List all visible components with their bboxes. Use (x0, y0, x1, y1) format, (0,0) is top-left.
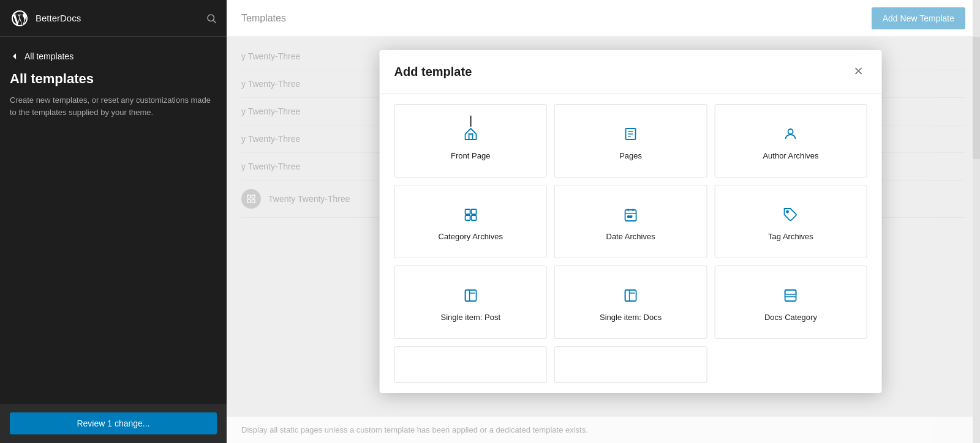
review-button[interactable]: Review 1 change... (10, 412, 217, 434)
svg-point-0 (208, 15, 214, 21)
template-card-pages[interactable]: Pages (554, 104, 707, 177)
back-link[interactable]: All templates (10, 51, 217, 61)
svg-point-23 (786, 210, 788, 212)
sidebar: BetterDocs All templates All templates C… (0, 0, 227, 443)
template-card-partial-1[interactable] (394, 346, 547, 383)
template-label-author-archives: Author Archives (763, 151, 818, 160)
tag-icon (783, 207, 798, 226)
svg-rect-22 (630, 216, 632, 217)
svg-rect-16 (471, 215, 476, 220)
cursor-indicator (470, 116, 471, 127)
template-grid: Front Page Pages (394, 104, 867, 383)
svg-rect-24 (465, 290, 476, 301)
svg-point-12 (788, 129, 793, 134)
svg-rect-28 (625, 290, 630, 301)
template-label-front-page: Front Page (451, 151, 490, 160)
back-link-label: All templates (24, 51, 74, 61)
sidebar-top: BetterDocs (0, 0, 227, 37)
modal-close-button[interactable] (850, 62, 867, 81)
template-card-front-page[interactable]: Front Page (394, 104, 547, 177)
grid-icon (463, 207, 478, 226)
template-label-tag-archives: Tag Archives (768, 232, 813, 241)
svg-rect-15 (465, 215, 470, 220)
add-template-modal: Add template Front Page (380, 50, 882, 393)
template-label-date-archives: Date Archives (606, 232, 655, 241)
template-label-single-docs: Single item: Docs (600, 313, 662, 322)
svg-rect-27 (625, 290, 636, 301)
wordpress-logo (10, 9, 29, 28)
template-card-single-post[interactable]: Single item: Post (394, 266, 547, 339)
template-card-author-archives[interactable]: Author Archives (714, 104, 867, 177)
template-card-tag-archives[interactable]: Tag Archives (714, 185, 867, 258)
sidebar-content: All templates All templates Create new t… (0, 37, 227, 404)
layout-post-icon (463, 288, 478, 307)
svg-rect-21 (628, 216, 630, 217)
sidebar-footer: Review 1 change... (0, 404, 227, 443)
svg-rect-14 (471, 209, 476, 214)
layout-alt-icon (783, 288, 798, 307)
template-card-category-archives[interactable]: Category Archives (394, 185, 547, 258)
pages-icon (624, 127, 638, 145)
template-label-single-post: Single item: Post (440, 313, 500, 322)
modal-body: Front Page Pages (380, 94, 882, 393)
template-card-single-docs[interactable]: Single item: Docs (554, 266, 707, 339)
modal-header: Add template (380, 50, 882, 94)
sidebar-title: All templates (10, 71, 217, 87)
template-label-docs-category: Docs Category (764, 313, 817, 322)
layout-docs-icon (624, 288, 638, 307)
calendar-icon (624, 207, 638, 226)
svg-line-1 (213, 20, 216, 23)
app-name: BetterDocs (36, 13, 81, 23)
template-label-category-archives: Category Archives (439, 232, 503, 241)
search-button[interactable] (206, 13, 217, 24)
svg-rect-17 (625, 210, 636, 221)
author-icon (783, 127, 798, 145)
svg-rect-13 (465, 209, 470, 214)
template-card-date-archives[interactable]: Date Archives (554, 185, 707, 258)
svg-rect-31 (785, 290, 796, 294)
modal-title: Add template (394, 65, 472, 79)
template-label-pages: Pages (619, 151, 642, 160)
svg-rect-30 (785, 290, 796, 301)
svg-rect-25 (465, 290, 469, 301)
sidebar-desc: Create new templates, or reset any custo… (10, 94, 217, 118)
template-card-partial-2[interactable] (554, 346, 707, 383)
template-card-docs-category[interactable]: Docs Category (714, 266, 867, 339)
home-icon (463, 127, 478, 145)
